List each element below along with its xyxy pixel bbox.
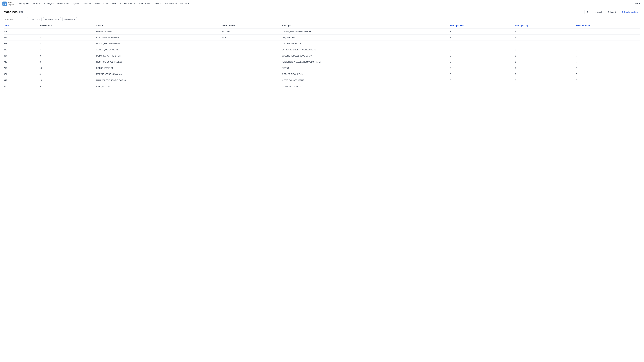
- nav-item-extra-operations[interactable]: Extra Operations: [118, 0, 137, 7]
- excel-label: Excel: [597, 11, 602, 13]
- cell-section: DOLOR IPSAM ET: [96, 65, 222, 71]
- brand[interactable]: Rese Belgrade: [2, 1, 14, 6]
- admin-label: Admin: [633, 2, 638, 5]
- nav-item-work-orders[interactable]: Work Orders: [137, 0, 152, 7]
- cell-row-number: 8: [40, 83, 96, 89]
- cell-days-per-week: 7: [576, 34, 640, 41]
- cell-shifts-per-day: 3: [515, 65, 576, 71]
- cell-section: DOLOREM AUT TENETUR: [96, 53, 222, 59]
- svg-rect-0: [4, 2, 4, 3]
- create-icon: ⊕: [622, 11, 623, 13]
- cell-code: 484: [4, 53, 40, 59]
- cell-subledger: NEQUE ET NISI: [282, 34, 450, 41]
- nav-item-lines[interactable]: Lines: [102, 0, 110, 7]
- cell-shifts-per-day: 3: [515, 59, 576, 65]
- section-filter[interactable]: Section ▾: [30, 17, 42, 21]
- cell-row-number: 3: [40, 53, 96, 59]
- nav-item-cycles[interactable]: Cycles: [71, 0, 81, 7]
- excel-icon: ⬇: [594, 11, 596, 13]
- cell-code: 746: [4, 59, 40, 65]
- table-row[interactable]: 3415QUAM QUIBUSDAM UNDEDOLOR SUSCIPIT ES…: [4, 41, 640, 47]
- table-body: 2012HARUM QUIA UT077, 939CONSEQUATUR DEL…: [4, 28, 640, 89]
- brand-sub: Belgrade: [8, 4, 14, 6]
- cell-work-centers: [222, 65, 282, 71]
- cell-days-per-week: 7: [576, 65, 640, 71]
- cell-hours-per-shift: 8: [450, 34, 515, 41]
- cell-code: 753: [4, 65, 40, 71]
- nav-item-avanzamento[interactable]: Avanzamento: [163, 0, 178, 7]
- create-machine-button[interactable]: ⊕ Create Machine: [619, 10, 640, 14]
- import-button[interactable]: ⬆ Import: [605, 10, 618, 14]
- svg-rect-2: [4, 4, 4, 5]
- search-input[interactable]: [4, 17, 28, 21]
- cell-shifts-per-day: 3: [515, 77, 576, 83]
- cell-section: MAXIME ATQUE NUMQUAM: [96, 71, 222, 77]
- cell-hours-per-shift: 8: [450, 28, 515, 34]
- cell-row-number: 4: [40, 71, 96, 77]
- cell-subledger: REICIENDIS PRAESENTIUM VOLUPTATEM: [282, 59, 450, 65]
- cell-days-per-week: 7: [576, 71, 640, 77]
- col-header-code[interactable]: Code▲: [4, 23, 40, 28]
- section-chevron-icon: ▾: [39, 18, 40, 20]
- cell-hours-per-shift: 8: [450, 65, 515, 71]
- cell-row-number: 3: [40, 34, 96, 41]
- nav-item-reports[interactable]: Reports ▾: [178, 0, 190, 7]
- cell-section: NIHIL ASPERIORES DELECTUS: [96, 77, 222, 83]
- cell-work-centers: [222, 53, 282, 59]
- nav-item-subledgers[interactable]: Subledgers: [42, 0, 56, 7]
- table-row[interactable]: 75310DOLOR IPSAM ETA ET UT837: [4, 65, 640, 71]
- cell-subledger: DOLOR SUSCIPIT EST: [282, 41, 450, 47]
- svg-rect-3: [5, 4, 6, 5]
- excel-button[interactable]: ⬇ Excel: [592, 10, 604, 14]
- cell-section: HARUM QUIA UT: [96, 28, 222, 34]
- nav-item-shifts[interactable]: Shifts: [93, 0, 102, 7]
- cell-code: 975: [4, 83, 40, 89]
- nav-item-work-centers[interactable]: Work Centers: [56, 0, 71, 7]
- import-icon: ⬆: [608, 11, 609, 13]
- table-row[interactable]: 9758EST QUOS SINTCUPIDITATE SINT UT837: [4, 83, 640, 89]
- nav-item-machines[interactable]: Machines: [81, 0, 93, 7]
- col-header-hours_per_shift: Hours per Shift: [450, 23, 515, 28]
- cell-subledger: CUPIDITATE SINT UT: [282, 83, 450, 89]
- cell-hours-per-shift: 8: [450, 59, 515, 65]
- table-row[interactable]: 4843DOLOREM AUT TENETURDOLORE REPELLENDU…: [4, 53, 640, 59]
- nav-item-rese[interactable]: Rese: [110, 0, 118, 7]
- cell-row-number: 5: [40, 41, 96, 47]
- table-row[interactable]: 8744MAXIME ATQUE NUMQUAMDICTA ADIPISCI I…: [4, 71, 640, 77]
- table-header: Code▲Row NumberSectionWork CentersSubled…: [4, 23, 640, 28]
- cell-code: 341: [4, 41, 40, 47]
- table-row[interactable]: 2463EOS OMNIS MOLESTIAE939NEQUE ET NISI8…: [4, 34, 640, 41]
- cell-hours-per-shift: 8: [450, 41, 515, 47]
- refresh-icon: ↻: [587, 11, 588, 13]
- work-centers-filter[interactable]: Work Centers ▾: [43, 17, 61, 21]
- nav-item-time-off[interactable]: Time Off: [152, 0, 163, 7]
- cell-subledger: A ET UT: [282, 65, 450, 71]
- cell-section: NOSTRUM EXPEDITA SEQUI: [96, 59, 222, 65]
- table-row[interactable]: 94710NIHIL ASPERIORES DELECTUSAUT AT CON…: [4, 77, 640, 83]
- cell-work-centers: [222, 47, 282, 53]
- table-container: Code▲Row NumberSectionWork CentersSubled…: [0, 23, 644, 89]
- cell-work-centers: 939: [222, 34, 282, 41]
- cell-section: EST QUOS SINT: [96, 83, 222, 89]
- cell-row-number: 2: [40, 28, 96, 34]
- admin-menu[interactable]: Admin ▾: [631, 2, 642, 5]
- table-row[interactable]: 4494AUTEM QUO SAPIENTEEX REPREHENDERIT C…: [4, 47, 640, 53]
- nav-item-employees[interactable]: Employees: [17, 0, 30, 7]
- cell-row-number: 4: [40, 47, 96, 53]
- subledger-filter[interactable]: Subledger ▾: [62, 17, 77, 21]
- brand-text: Rese Belgrade: [8, 1, 14, 5]
- table-row[interactable]: 2012HARUM QUIA UT077, 939CONSEQUATUR DEL…: [4, 28, 640, 34]
- cell-work-centers: [222, 41, 282, 47]
- nav-item-sections[interactable]: Sections: [30, 0, 42, 7]
- col-header-work_centers: Work Centers: [222, 23, 282, 28]
- table-row[interactable]: 7468NOSTRUM EXPEDITA SEQUIREICIENDIS PRA…: [4, 59, 640, 65]
- cell-code: 947: [4, 77, 40, 83]
- cell-work-centers: 077, 939: [222, 28, 282, 34]
- refresh-button[interactable]: ↻: [584, 10, 591, 14]
- cell-code: 874: [4, 71, 40, 77]
- cell-section: AUTEM QUO SAPIENTE: [96, 47, 222, 53]
- cell-shifts-per-day: 3: [515, 83, 576, 89]
- cell-hours-per-shift: 8: [450, 77, 515, 83]
- cell-days-per-week: 7: [576, 41, 640, 47]
- cell-days-per-week: 7: [576, 53, 640, 59]
